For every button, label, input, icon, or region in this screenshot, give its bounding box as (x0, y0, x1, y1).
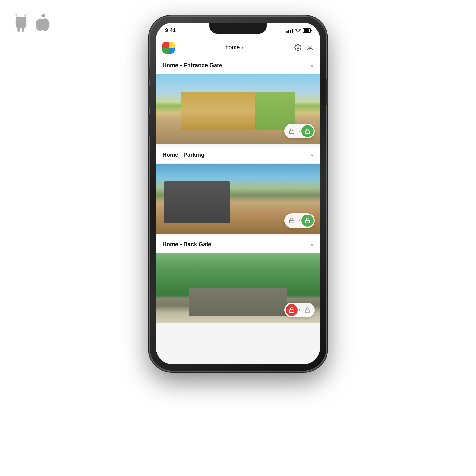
lock-toggle-parking[interactable]: ‹ (284, 213, 315, 228)
phone-device: 9:41 (149, 16, 327, 371)
home-selector[interactable]: home ▾ (225, 44, 243, 51)
gate-image-entrance: ‹ (156, 74, 320, 144)
gate-header-parking[interactable]: Home - Parking ∨ (156, 147, 320, 164)
unlock-button-parking[interactable] (301, 215, 314, 227)
settings-icon[interactable] (294, 44, 301, 51)
app-content[interactable]: Home - Entrance Gate ∨ ‹ (156, 57, 320, 364)
volume-down-button (148, 114, 150, 136)
android-icon (13, 13, 29, 32)
lock-button-entrance[interactable] (286, 125, 298, 137)
svg-rect-7 (289, 131, 294, 133)
svg-rect-8 (305, 131, 310, 133)
phone-screen: 9:41 (156, 23, 320, 364)
svg-rect-11 (289, 310, 294, 312)
gate-image-backgate: › (156, 253, 320, 323)
volume-up-button (148, 86, 150, 108)
gate-title-backgate: Home - Back Gate (162, 241, 211, 248)
status-time: 9:41 (165, 27, 176, 34)
lock-arrow-backgate-icon: › (298, 308, 301, 312)
platform-icons (13, 13, 51, 32)
home-label: home (225, 44, 240, 51)
phone-notch (209, 23, 267, 34)
gate-title-parking: Home - Parking (162, 152, 204, 158)
apple-icon (34, 13, 51, 32)
unlock-button-backgate[interactable] (301, 304, 314, 316)
phone-frame: 9:41 (149, 16, 327, 371)
svg-rect-10 (305, 220, 310, 223)
gate-title-entrance: Home - Entrance Gate (162, 62, 222, 69)
signal-icon (286, 28, 293, 33)
svg-point-0 (18, 21, 20, 23)
gate-image-parking: ‹ (156, 164, 320, 234)
app-logo (162, 42, 175, 54)
gate-section-entrance: Home - Entrance Gate ∨ ‹ (156, 57, 320, 144)
svg-line-3 (24, 14, 26, 16)
gate-section-parking: Home - Parking ∨ ‹ (156, 147, 320, 234)
lock-button-backgate[interactable] (286, 304, 298, 316)
battery-icon (303, 28, 311, 33)
gate-chevron-parking-icon: ∨ (310, 153, 314, 158)
gate-header-entrance[interactable]: Home - Entrance Gate ∨ (156, 57, 320, 74)
profile-icon[interactable] (307, 44, 314, 51)
app-header: home ▾ (156, 38, 320, 57)
wifi-icon (295, 28, 301, 33)
svg-point-5 (297, 47, 299, 49)
gate-chevron-entrance-icon: ∨ (310, 63, 314, 68)
gate-section-backgate: Home - Back Gate ∨ › (156, 236, 320, 323)
svg-line-2 (16, 14, 17, 16)
home-chevron-icon: ▾ (242, 45, 244, 50)
svg-rect-12 (305, 310, 310, 312)
mute-button (148, 67, 150, 79)
gate-header-backgate[interactable]: Home - Back Gate ∨ (156, 236, 320, 253)
header-actions (294, 44, 314, 51)
svg-point-6 (309, 45, 311, 47)
lock-toggle-backgate[interactable]: › (284, 303, 315, 317)
svg-rect-9 (289, 220, 294, 223)
power-button (326, 79, 328, 105)
status-icons (286, 28, 311, 33)
lock-arrow-parking-icon: ‹ (298, 218, 301, 223)
svg-point-1 (22, 21, 24, 23)
lock-arrow-entrance-icon: ‹ (298, 129, 301, 133)
gate-chevron-backgate-icon: ∨ (310, 242, 314, 247)
lock-button-parking[interactable] (286, 215, 298, 227)
unlock-button-entrance[interactable] (301, 125, 314, 137)
svg-point-4 (298, 32, 298, 33)
lock-toggle-entrance[interactable]: ‹ (284, 124, 315, 138)
